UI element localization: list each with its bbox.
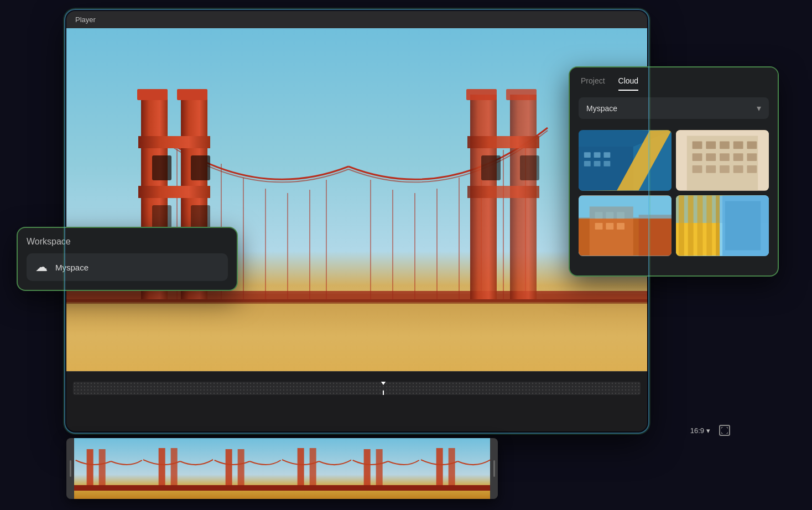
fullscreen-button[interactable]	[719, 425, 730, 436]
aspect-ratio-label: 16:9	[690, 426, 704, 435]
svg-rect-60	[448, 448, 455, 488]
svg-rect-104	[688, 196, 694, 256]
svg-rect-37	[520, 155, 539, 180]
svg-rect-87	[733, 165, 743, 173]
svg-rect-47	[225, 449, 232, 488]
fullscreen-icon	[721, 427, 728, 434]
aspect-ratio-button[interactable]: 16:9 ▾	[690, 426, 710, 435]
tab-project[interactable]: Project	[581, 76, 605, 91]
svg-rect-79	[693, 153, 702, 161]
svg-rect-88	[747, 165, 757, 173]
svg-rect-80	[706, 153, 716, 161]
cloud-panel-tabs: Project Cloud	[570, 67, 778, 91]
svg-rect-44	[171, 448, 178, 488]
svg-rect-84	[693, 165, 702, 173]
timeline-area	[66, 371, 647, 404]
svg-rect-19	[66, 299, 647, 304]
svg-rect-68	[603, 152, 610, 158]
filmstrip-frame	[213, 438, 282, 499]
workspace-popup-title: Workspace	[27, 237, 228, 247]
svg-rect-97	[606, 223, 613, 230]
workspace-cloud-icon: ☁	[35, 260, 48, 274]
svg-rect-24	[137, 89, 168, 100]
filmstrip-handle-left[interactable]	[66, 438, 74, 499]
svg-rect-71	[603, 161, 610, 166]
svg-rect-56	[376, 449, 383, 488]
cloud-thumb-2[interactable]	[676, 130, 769, 191]
svg-rect-106	[706, 196, 712, 256]
filmstrip-frame	[143, 438, 212, 499]
svg-rect-41	[74, 485, 143, 491]
filmstrip-frame	[421, 438, 490, 499]
svg-rect-59	[436, 448, 443, 488]
svg-rect-103	[679, 196, 684, 256]
svg-rect-75	[706, 141, 716, 149]
cloud-thumb-4[interactable]	[676, 195, 769, 256]
svg-rect-33	[467, 186, 539, 198]
svg-rect-55	[364, 449, 371, 488]
svg-rect-70	[594, 161, 601, 166]
svg-rect-76	[720, 141, 730, 149]
svg-rect-85	[706, 165, 716, 173]
svg-rect-61	[421, 485, 490, 491]
svg-rect-27	[191, 155, 210, 180]
svg-rect-77	[733, 141, 743, 149]
svg-rect-67	[594, 152, 601, 158]
svg-rect-45	[143, 485, 212, 491]
svg-rect-1	[66, 294, 647, 371]
svg-rect-40	[99, 449, 106, 488]
svg-rect-83	[747, 153, 757, 161]
cloud-workspace-dropdown[interactable]: Myspace ▾	[579, 97, 769, 119]
svg-rect-66	[584, 152, 591, 158]
svg-rect-96	[595, 223, 603, 230]
player-window: Player	[66, 11, 647, 431]
svg-rect-39	[87, 449, 93, 488]
cloud-panel: Project Cloud Myspace ▾	[569, 66, 779, 277]
bridge-svg	[66, 28, 647, 371]
svg-rect-86	[720, 165, 730, 173]
cloud-grid	[570, 126, 778, 265]
svg-rect-25	[177, 89, 207, 100]
svg-rect-98	[617, 223, 624, 230]
svg-rect-109	[725, 201, 761, 251]
workspace-item-label: Myspace	[55, 263, 89, 272]
player-titlebar: Player	[66, 11, 647, 28]
timeline-track[interactable]	[73, 382, 641, 395]
svg-rect-36	[481, 155, 501, 180]
svg-rect-99	[579, 196, 672, 219]
svg-rect-32	[467, 136, 539, 148]
bridge-scene	[66, 28, 647, 371]
svg-rect-105	[698, 196, 703, 256]
tab-cloud[interactable]: Cloud	[618, 76, 639, 91]
svg-rect-57	[351, 485, 420, 491]
cloud-thumb-1[interactable]	[579, 130, 672, 191]
svg-rect-48	[237, 449, 244, 488]
filmstrip-handle-right[interactable]	[490, 438, 498, 499]
svg-rect-81	[720, 153, 730, 161]
filmstrip-frame	[74, 438, 143, 499]
svg-rect-35	[506, 89, 537, 100]
svg-rect-107	[716, 196, 720, 256]
svg-rect-49	[213, 485, 282, 491]
svg-rect-51	[298, 448, 304, 488]
filmstrip-frame	[282, 438, 351, 499]
svg-rect-34	[466, 89, 497, 100]
aspect-controls: 16:9 ▾	[690, 425, 730, 436]
cloud-dropdown-label: Myspace	[586, 104, 617, 113]
cloud-thumb-3[interactable]	[579, 195, 672, 256]
filmstrip-frames	[74, 438, 490, 499]
timeline-dots	[73, 382, 641, 395]
workspace-item-myspace[interactable]: ☁ Myspace	[27, 253, 228, 281]
svg-rect-82	[733, 153, 743, 161]
player-title: Player	[75, 15, 96, 24]
svg-rect-52	[310, 448, 316, 488]
aspect-ratio-chevron: ▾	[706, 426, 710, 435]
timeline-playhead[interactable]	[379, 382, 387, 385]
svg-rect-22	[138, 136, 210, 148]
filmstrip-area	[66, 438, 498, 499]
svg-rect-92	[639, 215, 672, 256]
svg-rect-74	[693, 141, 702, 149]
svg-rect-23	[138, 186, 210, 198]
workspace-popup: Workspace ☁ Myspace	[17, 227, 238, 291]
svg-rect-78	[747, 141, 757, 149]
